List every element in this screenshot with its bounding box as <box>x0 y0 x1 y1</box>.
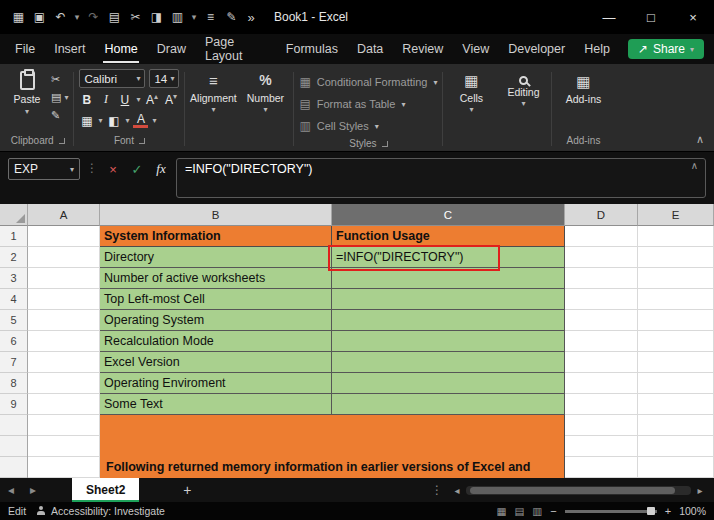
tab-home[interactable]: Home <box>103 35 138 63</box>
cell-b8[interactable]: Operating Enviroment <box>100 373 332 394</box>
borders-button[interactable]: ▦ <box>79 114 94 128</box>
page-break-view-icon[interactable]: ▥ <box>532 505 542 517</box>
cell-c3[interactable] <box>332 268 565 289</box>
tab-data[interactable]: Data <box>356 35 384 63</box>
cell-e5[interactable] <box>638 310 714 331</box>
cancel-button[interactable]: × <box>104 158 122 180</box>
select-all-corner[interactable] <box>0 204 28 226</box>
fill-color-dropdown-icon[interactable]: ▾ <box>125 116 129 125</box>
scroll-left-icon[interactable]: ◂ <box>451 485 463 496</box>
insert-function-button[interactable]: fx <box>152 158 170 180</box>
merged-note-cell[interactable]: Following returned memory information in… <box>100 415 565 478</box>
expand-formula-bar-icon[interactable]: ∧ <box>691 160 698 171</box>
zoom-slider[interactable] <box>565 510 657 513</box>
undo-icon[interactable]: ↶ <box>50 10 71 24</box>
cell-b6[interactable]: Recalculation Mode <box>100 331 332 352</box>
cell-c8[interactable] <box>332 373 565 394</box>
shrink-font-button[interactable]: A▾ <box>163 92 178 107</box>
row-header-3[interactable]: 3 <box>0 268 28 289</box>
share-button[interactable]: ↗ Share ▾ <box>628 39 704 59</box>
column-header-b[interactable]: B <box>100 204 332 226</box>
clipboard-dialog-launcher-icon[interactable] <box>59 138 65 144</box>
cell-a1[interactable] <box>28 226 100 247</box>
column-header-d[interactable]: D <box>565 204 638 226</box>
row-header-7[interactable]: 7 <box>0 352 28 373</box>
tab-formulas[interactable]: Formulas <box>285 35 339 63</box>
conditional-formatting-button[interactable]: ▦ Conditional Formatting▾ <box>299 72 437 92</box>
tab-help[interactable]: Help <box>583 35 611 63</box>
grow-font-button[interactable]: A▴ <box>144 92 159 107</box>
row-header-2[interactable]: 2 <box>0 247 28 268</box>
cut-icon[interactable]: ✂ <box>125 10 146 24</box>
font-name-select[interactable]: Calibri▾ <box>79 69 145 88</box>
cell-styles-button[interactable]: ▥ Cell Styles▾ <box>299 116 437 136</box>
cell-c6[interactable] <box>332 331 565 352</box>
cell-b1[interactable]: System Information <box>100 226 332 247</box>
qat-overflow-icon[interactable]: » <box>242 10 260 25</box>
next-sheet-icon[interactable]: ▸ <box>22 483 44 497</box>
cell-d1[interactable] <box>565 226 638 247</box>
save-icon[interactable]: ▣ <box>29 10 50 24</box>
copy-button[interactable]: ▤▾ <box>51 90 68 105</box>
fill-color-button[interactable]: ◧ <box>106 114 121 128</box>
cut-button[interactable]: ✂ <box>51 72 68 87</box>
cell-e2[interactable] <box>638 247 714 268</box>
cell-d6[interactable] <box>565 331 638 352</box>
row-header-5[interactable]: 5 <box>0 310 28 331</box>
enter-button[interactable]: ✓ <box>128 158 146 180</box>
close-button[interactable]: × <box>672 0 714 34</box>
tab-file[interactable]: File <box>14 35 36 63</box>
scrollbar-thumb[interactable] <box>470 487 675 494</box>
maximize-button[interactable]: □ <box>630 0 672 34</box>
cell-c4[interactable] <box>332 289 565 310</box>
cells-button[interactable]: ▦ Cells ▾ <box>445 67 497 151</box>
font-color-button[interactable]: A <box>133 113 148 128</box>
cell-a5[interactable] <box>28 310 100 331</box>
tab-insert[interactable]: Insert <box>53 35 86 63</box>
number-button[interactable]: % Number ▾ <box>239 67 291 151</box>
font-color-dropdown-icon[interactable]: ▾ <box>152 116 156 125</box>
cell-e9[interactable] <box>638 394 714 415</box>
cell-b4[interactable]: Top Left-most Cell <box>100 289 332 310</box>
paste-icon[interactable]: ◨ <box>146 10 167 24</box>
borders-dropdown-icon[interactable]: ▾ <box>98 116 102 125</box>
cell-a3[interactable] <box>28 268 100 289</box>
cell-c9[interactable] <box>332 394 565 415</box>
page-layout-view-icon[interactable]: ▤ <box>514 505 524 517</box>
cell-a8[interactable] <box>28 373 100 394</box>
column-a-filler[interactable] <box>28 415 100 478</box>
cell-a9[interactable] <box>28 394 100 415</box>
alignment-button[interactable]: ≡ Alignment ▾ <box>187 67 239 151</box>
row-header-4[interactable]: 4 <box>0 289 28 310</box>
cell-e6[interactable] <box>638 331 714 352</box>
cell-d2[interactable] <box>565 247 638 268</box>
column-header-c[interactable]: C <box>332 204 565 226</box>
cell-a7[interactable] <box>28 352 100 373</box>
undo-dropdown-icon[interactable]: ▾ <box>71 12 83 22</box>
zoom-in-button[interactable]: + <box>665 505 671 517</box>
cell-c5[interactable] <box>332 310 565 331</box>
styles-dialog-launcher-icon[interactable] <box>382 141 388 147</box>
add-sheet-button[interactable]: + <box>177 482 197 498</box>
format-as-table-button[interactable]: ▤ Format as Table▾ <box>299 94 437 114</box>
column-header-e[interactable]: E <box>638 204 714 226</box>
font-size-select[interactable]: 14▾ <box>149 69 179 88</box>
chart-dropdown-icon[interactable]: ▾ <box>188 12 200 22</box>
minimize-button[interactable]: — <box>588 0 630 34</box>
underline-dropdown-icon[interactable]: ▾ <box>136 95 140 104</box>
italic-button[interactable]: I <box>98 92 113 107</box>
draw-icon[interactable]: ✎ <box>221 10 242 24</box>
cell-b5[interactable]: Operating System <box>100 310 332 331</box>
column-header-a[interactable]: A <box>28 204 100 226</box>
cell-e3[interactable] <box>638 268 714 289</box>
zoom-out-button[interactable]: − <box>550 505 556 517</box>
bold-button[interactable]: B <box>79 93 94 107</box>
sheetbar-dots-icon[interactable]: ⋮ <box>423 483 451 497</box>
paste-button[interactable]: Paste ▾ <box>7 68 47 123</box>
tab-developer[interactable]: Developer <box>507 35 566 63</box>
addins-button[interactable]: ▦ Add-ins <box>557 68 609 105</box>
scrollbar-track[interactable] <box>466 486 691 495</box>
chart-icon[interactable]: ▥ <box>167 10 188 24</box>
cell-c2[interactable]: =INFO("DIRECTORY") <box>332 247 565 268</box>
prev-sheet-icon[interactable]: ◂ <box>0 483 22 497</box>
